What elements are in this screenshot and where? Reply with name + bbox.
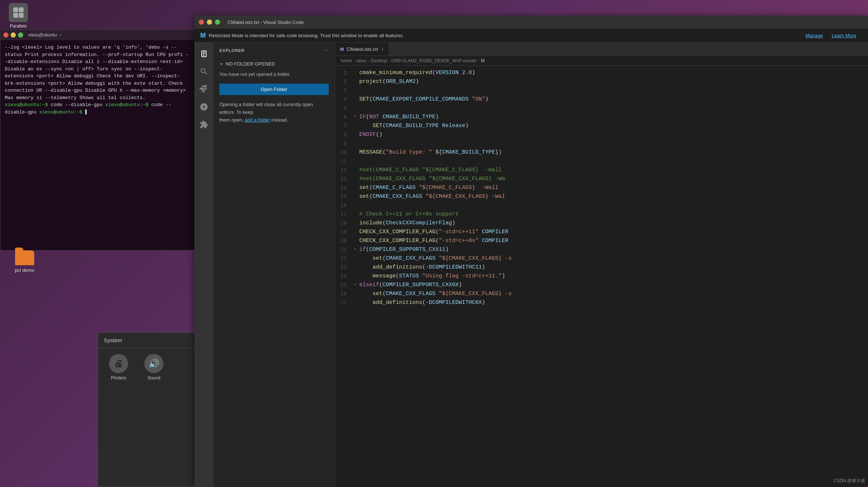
line-num-14: 14	[335, 183, 354, 192]
fold-21: ▾	[354, 245, 359, 252]
line-content-24: message(STATUS "Using flag -std=c++11.")	[359, 272, 868, 281]
line-content-27: add_definitions(-DCOMPILEDWITHC0X)	[359, 298, 868, 307]
pcl-demo-icon[interactable]: pcl demo	[8, 250, 41, 273]
code-editor[interactable]: 1 cmake_minimum_required(VERSION 2.8) 2 …	[335, 66, 868, 487]
sound-icon-item[interactable]: 🔊 Sound	[139, 354, 169, 381]
svg-rect-2	[13, 13, 18, 18]
line-content-19: CHECK_CXX_COMPILER_FLAG("-std=c++11" COM…	[359, 228, 868, 237]
sidebar-more-btn[interactable]: ···	[324, 47, 329, 54]
vscode-max-btn[interactable]	[215, 20, 220, 25]
cmake-tab-label: CMakeLists.txt	[347, 46, 378, 52]
terminal-close-btn[interactable]	[3, 32, 8, 38]
code-line-2: 2 project(ORB_SLAM2)	[335, 77, 868, 86]
fold-9	[354, 139, 359, 140]
fold-20	[354, 237, 359, 238]
line-num-20: 20	[335, 237, 354, 245]
fold-7	[354, 122, 359, 123]
fold-16	[354, 201, 359, 202]
source-control-activity-icon[interactable]	[196, 81, 212, 97]
breadcrumb-project[interactable]: ORB-SLAM2_RGBD_DENSE_MAP-master	[391, 58, 477, 63]
fold-6: ▾	[354, 113, 359, 120]
breadcrumb-sep-4: ›	[478, 59, 480, 63]
line-num-10: 10	[335, 148, 354, 157]
run-debug-activity-icon[interactable]	[196, 99, 212, 115]
line-num-25: 25	[335, 281, 354, 289]
fold-18	[354, 219, 359, 220]
folder-note-text3: instead.	[271, 117, 288, 123]
line-content-8: ENDIF()	[359, 130, 868, 139]
search-activity-icon[interactable]	[196, 63, 212, 80]
line-content-20: CHECK_CXX_COMPILER_FLAG("-std=c++0x" COM…	[359, 237, 868, 245]
terminal-max-btn[interactable]	[18, 32, 23, 38]
svg-rect-1	[19, 7, 24, 12]
system-panel: System 🖨 Printers 🔊 Sound	[98, 332, 201, 487]
pcl-demo-folder	[15, 250, 34, 265]
cmake-tab-close-btn[interactable]: ×	[381, 47, 384, 52]
fold-12	[354, 166, 359, 167]
line-num-8: 8	[335, 130, 354, 139]
fold-14	[354, 183, 359, 185]
code-line-23: 23 add_definitions(-DCOMPILEDWITHC11)	[335, 263, 868, 272]
code-line-27: 27 add_definitions(-DCOMPILEDWITHC0X)	[335, 298, 868, 307]
fold-2	[354, 77, 359, 78]
cmake-tab[interactable]: M CMakeLists.txt ×	[335, 43, 389, 56]
fold-4	[354, 95, 359, 96]
code-line-26: 26 set(CMAKE_CXX_FLAGS "${CMAKE_CXX_FLAG…	[335, 290, 868, 298]
code-line-10: 10 MESSAGE("Build type: " ${CMAKE_BUILD_…	[335, 148, 868, 157]
svg-rect-0	[13, 7, 18, 12]
line-content-1: cmake_minimum_required(VERSION 2.8)	[359, 69, 868, 77]
breadcrumb-bar: home › xiexu › Desktop › ORB-SLAM2_RGBD_…	[335, 56, 868, 66]
printers-icon-item[interactable]: 🖨 Printers	[104, 354, 133, 381]
code-line-15: 15 set(CMAKE_CXX_FLAGS "${CMAKE_CXX_FLAG…	[335, 192, 868, 201]
code-line-8: 8 ENDIF()	[335, 130, 868, 139]
line-content-7: SET(CMAKE_BUILD_TYPE Release)	[359, 122, 868, 130]
line-num-23: 23	[335, 263, 354, 271]
fold-5	[354, 104, 359, 105]
fold-10	[354, 148, 359, 149]
restricted-mode-banner: M Restricted Mode is intended for safe c…	[194, 29, 868, 43]
line-num-21: 21	[335, 245, 354, 254]
open-folder-button[interactable]: Open Folder	[219, 84, 329, 95]
fold-25: ▾	[354, 281, 359, 288]
sound-label: Sound	[148, 375, 160, 381]
code-line-13: 13 #set(CMAKE_CXX_FLAGS "${CMAKE_CXX_FLA…	[335, 175, 868, 183]
breadcrumb-desktop[interactable]: Desktop	[371, 58, 387, 63]
line-num-22: 22	[335, 254, 354, 263]
code-line-16: 16	[335, 201, 868, 210]
code-line-3: 3	[335, 86, 868, 95]
code-line-9: 9	[335, 139, 868, 148]
tab-bar: M CMakeLists.txt ×	[335, 43, 868, 56]
learn-more-link[interactable]: Learn More	[832, 33, 856, 38]
line-num-17: 17	[335, 210, 354, 218]
line-num-6: 6	[335, 113, 354, 121]
code-line-14: 14 set(CMAKE_C_FLAGS "${CMAKE_C_FLAGS} -…	[335, 183, 868, 192]
line-content-17: # Check C++11 or C++0x support	[359, 210, 868, 219]
vscode-close-btn[interactable]	[199, 20, 204, 25]
add-folder-link[interactable]: add a folder	[245, 117, 270, 123]
fold-23	[354, 263, 359, 264]
breadcrumb-home[interactable]: home	[341, 58, 352, 63]
extensions-activity-icon[interactable]	[196, 116, 212, 133]
fold-19	[354, 228, 359, 229]
line-content-2: project(ORB_SLAM2)	[359, 77, 868, 86]
code-line-25: 25 ▾ elseif(COMPILER_SUPPORTS_CXX0X)	[335, 281, 868, 290]
explorer-activity-icon[interactable]	[196, 46, 212, 62]
terminal-min-btn[interactable]	[11, 32, 16, 38]
terminal-body[interactable]: --log <level> Log level to values are 'q…	[0, 40, 195, 250]
manage-link[interactable]: Manage	[806, 33, 823, 38]
terminal-window: xiexu@ubuntu: ~ --log <level> Log level …	[0, 29, 195, 250]
folder-note-text2: them open,	[219, 117, 243, 123]
fold-27	[354, 298, 359, 299]
line-content-13: #set(CMAKE_CXX_FLAGS "${CMAKE_CXX_FLAGS}…	[359, 175, 868, 183]
terminal-title: xiexu@ubuntu: ~	[28, 32, 62, 38]
line-content-10: MESSAGE("Build type: " ${CMAKE_BUILD_TYP…	[359, 148, 868, 157]
breadcrumb-file[interactable]: M	[481, 58, 485, 63]
folder-note-text1: Opening a folder will close all currentl…	[219, 102, 313, 115]
sound-icon: 🔊	[144, 354, 163, 373]
breadcrumb-user[interactable]: xiexu	[356, 58, 367, 63]
pcl-demo-label: pcl demo	[15, 267, 35, 273]
vscode-min-btn[interactable]	[207, 20, 212, 25]
line-num-9: 9	[335, 139, 354, 148]
line-num-19: 19	[335, 228, 354, 236]
csdn-watermark: CSDN @谢大佬	[833, 478, 865, 484]
